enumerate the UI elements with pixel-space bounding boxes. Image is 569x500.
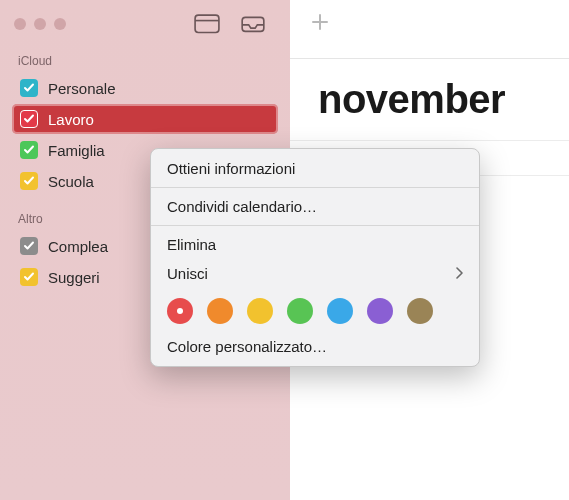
menu-item-label: Ottieni informazioni <box>167 160 295 177</box>
color-swatch-orange[interactable] <box>207 298 233 324</box>
color-swatch-red[interactable] <box>167 298 193 324</box>
close-window-button[interactable] <box>14 18 26 30</box>
minimize-window-button[interactable] <box>34 18 46 30</box>
calendar-label: Famiglia <box>48 142 105 159</box>
zoom-window-button[interactable] <box>54 18 66 30</box>
color-swatch-yellow[interactable] <box>247 298 273 324</box>
menu-item-custom-color[interactable]: Colore personalizzato… <box>151 332 479 361</box>
menu-separator <box>151 225 479 226</box>
menu-item-label: Elimina <box>167 236 216 253</box>
menu-item-share-calendar[interactable]: Condividi calendario… <box>151 192 479 221</box>
add-event-button[interactable] <box>310 10 330 38</box>
menu-item-merge[interactable]: Unisci <box>151 259 479 288</box>
menu-item-delete[interactable]: Elimina <box>151 230 479 259</box>
app-window: iCloud Personale Lavoro Famiglia <box>0 0 569 500</box>
context-menu: Ottieni informazioni Condividi calendari… <box>150 148 480 367</box>
calendar-label: Lavoro <box>48 111 94 128</box>
menu-separator <box>151 187 479 188</box>
color-swatch-purple[interactable] <box>367 298 393 324</box>
checkbox-icon[interactable] <box>20 79 38 97</box>
checkbox-icon[interactable] <box>20 172 38 190</box>
color-swatch-green[interactable] <box>287 298 313 324</box>
sidebar-toolbar <box>194 14 276 34</box>
menu-item-get-info[interactable]: Ottieni informazioni <box>151 154 479 183</box>
chevron-right-icon <box>455 265 463 282</box>
calendar-icon[interactable] <box>194 14 220 34</box>
color-swatch-blue[interactable] <box>327 298 353 324</box>
divider <box>290 140 569 141</box>
calendar-label: Scuola <box>48 173 94 190</box>
checkbox-icon[interactable] <box>20 268 38 286</box>
color-swatch-brown[interactable] <box>407 298 433 324</box>
checkbox-icon[interactable] <box>20 237 38 255</box>
section-label: iCloud <box>0 48 290 72</box>
checkbox-icon[interactable] <box>20 110 38 128</box>
calendar-label: Complea <box>48 238 108 255</box>
main-toolbar <box>290 0 569 48</box>
calendar-label: Personale <box>48 80 116 97</box>
calendar-item-lavoro[interactable]: Lavoro <box>12 104 278 134</box>
inbox-icon[interactable] <box>240 14 266 34</box>
traffic-lights <box>14 18 66 30</box>
menu-item-label: Colore personalizzato… <box>167 338 327 355</box>
checkbox-icon[interactable] <box>20 141 38 159</box>
titlebar <box>0 0 290 48</box>
menu-item-label: Unisci <box>167 265 208 282</box>
color-picker-row <box>151 288 479 332</box>
calendar-item-personale[interactable]: Personale <box>12 73 278 103</box>
menu-item-label: Condividi calendario… <box>167 198 317 215</box>
svg-rect-0 <box>195 15 219 32</box>
calendar-label: Suggeri <box>48 269 100 286</box>
month-title: november <box>290 59 569 122</box>
